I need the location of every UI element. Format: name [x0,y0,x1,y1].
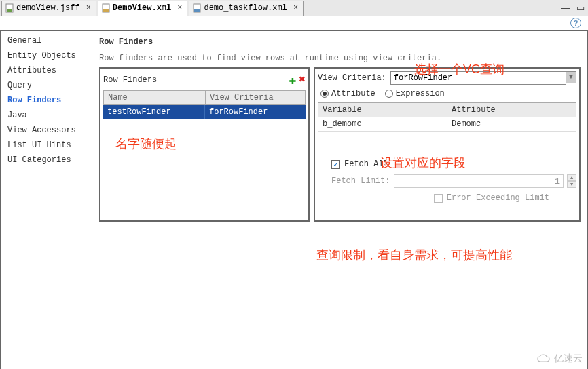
tab-label: DemoView.xml [113,3,171,13]
column-variable[interactable]: Variable [318,103,447,117]
sidebar: General Entity Objects Attributes Query … [1,31,92,369]
table-header: Name View Criteria [103,90,306,105]
svg-rect-5 [194,9,200,12]
annotation-1: 选择一个VC查询 [414,61,504,77]
help-bar: ? [0,16,588,31]
minimize-icon[interactable]: — [557,3,573,13]
close-icon[interactable]: × [175,3,184,13]
box-title: Row Finders [103,75,157,85]
maximize-icon[interactable]: ▭ [573,3,588,13]
tab-bar: demoView.jsff × DemoView.xml × demo_task… [0,0,588,16]
file-icon [5,3,14,13]
section-desc: Row finders are used to find view rows a… [99,54,581,63]
annotation-4: 查询限制，看自身需求，可提高性能 [316,246,568,265]
error-exceed-label: Error Exceeding Limit [447,193,549,203]
cell-vc: forRowFinder [205,105,306,119]
add-icon[interactable]: ✚ [289,73,297,88]
column-name[interactable]: Name [104,91,206,104]
table-row[interactable]: testRowFinder forRowFinder [103,105,306,119]
xml-file-icon [192,3,202,13]
sidebar-item-query[interactable]: Query [1,78,92,93]
sidebar-item-view-accessors[interactable]: View Accessors [1,123,92,138]
attr-table: Variable Attribute b_demomc Demomc [318,102,576,132]
spinner-up-icon[interactable]: ▲ [567,174,576,181]
sidebar-item-attributes[interactable]: Attributes [1,63,92,78]
xml-file-icon [101,3,111,13]
sidebar-item-list-ui-hints[interactable]: List UI Hints [1,138,92,153]
column-attribute[interactable]: Attribute [447,103,576,117]
column-view-criteria[interactable]: View Criteria [206,91,305,104]
tab-label: demo_taskflow.xml [204,3,287,13]
tab-demoview-jsff[interactable]: demoView.jsff × [1,1,96,16]
close-icon[interactable]: × [84,3,93,13]
tab-demo-taskflow[interactable]: demo_taskflow.xml × [189,1,304,16]
radio-icon [320,90,329,98]
vc-label: View Criteria: [318,73,386,83]
cloud-icon [536,354,551,364]
radio-attribute[interactable]: Attribute [320,89,375,98]
help-icon[interactable]: ? [570,18,581,28]
watermark: 亿速云 [536,353,583,365]
dropdown-icon[interactable]: ▼ [566,71,576,83]
sidebar-item-ui-categories[interactable]: UI Categories [1,153,92,168]
error-exceed-checkbox[interactable] [434,194,443,203]
fetch-limit-input[interactable] [394,174,564,188]
close-icon[interactable]: × [291,3,300,13]
fetch-all-checkbox[interactable]: ✓ [331,160,340,169]
annotation-3: 设置对应的字段 [380,155,466,171]
section-title: Row Finders [99,37,581,47]
table-row[interactable]: b_demomc Demomc [318,117,576,132]
delete-icon[interactable]: ✖ [299,73,306,88]
view-criteria-box: View Criteria: ▼ Attribute Expression [314,67,581,222]
content-area: General Entity Objects Attributes Query … [0,31,588,369]
svg-rect-3 [103,9,109,12]
sidebar-item-entity-objects[interactable]: Entity Objects [1,48,92,63]
cell-attribute: Demomc [447,117,576,131]
spinner-down-icon[interactable]: ▼ [567,181,576,188]
cell-name: testRowFinder [103,105,205,119]
sidebar-item-row-finders[interactable]: Row Finders [1,93,92,108]
radio-label: Expression [396,89,445,98]
main-panel: Row Finders Row finders are used to find… [92,31,587,369]
annotation-2: 名字随便起 [115,136,177,152]
sidebar-item-java[interactable]: Java [1,108,92,123]
fetch-limit-label: Fetch Limit: [331,176,390,186]
radio-expression[interactable]: Expression [385,89,445,98]
radio-icon [385,90,393,98]
tab-demoview-xml[interactable]: DemoView.xml × [98,1,188,16]
sidebar-item-general[interactable]: General [1,33,92,48]
svg-rect-1 [7,9,12,12]
tab-label: demoView.jsff [16,3,80,13]
radio-label: Attribute [331,89,375,98]
cell-variable: b_demomc [318,117,447,131]
